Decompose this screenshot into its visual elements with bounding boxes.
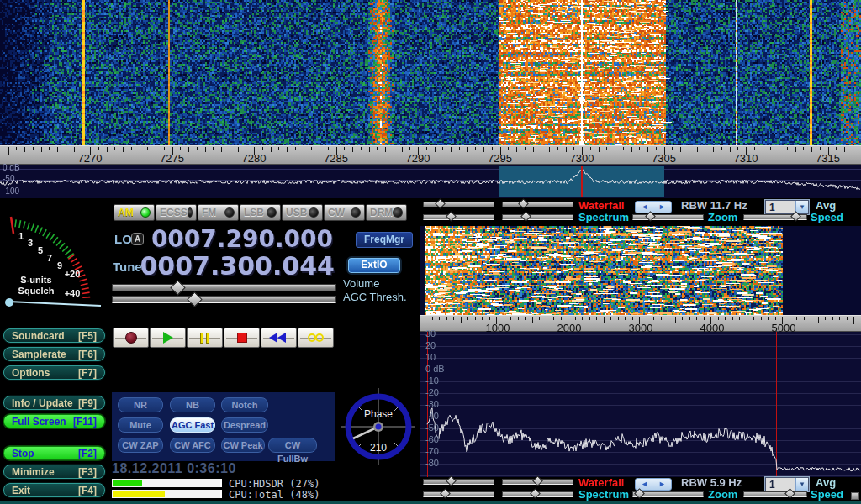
upper-spectrum-contrast-slider-thumb[interactable] [520, 211, 531, 222]
upper-spectrum-brightness-slider[interactable] [423, 214, 494, 220]
dsp-nb-button[interactable]: NB [170, 397, 215, 412]
upper-waterfall-contrast-slider[interactable] [502, 202, 573, 207]
freq-tick [123, 147, 124, 152]
phase-hub-center [376, 424, 382, 430]
db-label: 20 [425, 340, 436, 350]
lower-spectrum-brightness-slider[interactable] [423, 491, 494, 497]
lower-waterfall-contrast-slider[interactable] [502, 479, 573, 485]
mode-am[interactable]: AM [114, 204, 155, 221]
resize-grip[interactable] [851, 492, 859, 500]
lo-frequency-display[interactable]: 0007.290.000 [150, 225, 333, 253]
mode-ecss[interactable]: ECSS [156, 204, 197, 221]
left-arrow-icon[interactable]: ◄ [641, 480, 648, 488]
dsp-cw-peak-button[interactable]: CW Peak [221, 438, 265, 453]
lower-avg-select[interactable]: 1▾ [765, 477, 809, 491]
freq-tick [510, 317, 511, 320]
agc-threshold-slider-thumb[interactable] [187, 291, 202, 307]
dsp-mute-button[interactable]: Mute [118, 417, 163, 433]
volume-slider-thumb[interactable] [170, 280, 185, 295]
main-waterfall-display[interactable] [0, 0, 861, 145]
upper-zoom-slider[interactable] [632, 214, 704, 220]
audio-spectrum-canvas[interactable] [420, 332, 861, 477]
lower-spectrum-brightness-slider-thumb[interactable] [440, 488, 451, 499]
dsp-notch-button[interactable]: Notch [221, 397, 268, 412]
button-options[interactable]: Options[F7] [3, 365, 105, 380]
dsp-despread-button[interactable]: Despread [221, 417, 268, 433]
cpu-total-label: CPU:Total (48%) [229, 489, 320, 501]
lower-waterfall-contrast-slider-thumb[interactable] [532, 475, 543, 486]
overview-spectrum[interactable]: 0 dB-50-100 [0, 165, 861, 198]
tune-frequency-display[interactable]: 0007.300.044 [140, 251, 335, 281]
play-icon [163, 332, 173, 344]
dsp-cw-afc-button[interactable]: CW AFC [170, 438, 215, 453]
upper-waterfall-brightness-slider[interactable] [423, 202, 494, 207]
datetime-display: 18.12.2011 0:36:10 [112, 461, 236, 476]
lower-zoom-slider[interactable] [632, 491, 704, 497]
mode-cw[interactable]: CW [324, 204, 365, 221]
volume-slider[interactable] [112, 284, 336, 291]
mode-lsb[interactable]: LSB [240, 204, 281, 221]
transport-loop-button[interactable] [298, 328, 334, 348]
dsp-agc-fast-button[interactable]: AGC Fast [170, 417, 215, 433]
lower-spectrum-contrast-slider[interactable] [502, 491, 573, 497]
squelch-needle[interactable] [8, 302, 101, 306]
upper-speed-slider[interactable] [743, 214, 807, 220]
left-arrow-icon[interactable]: ◄ [641, 203, 648, 211]
freq-label: 7290 [399, 152, 436, 165]
button-fkey: [F5] [78, 331, 97, 341]
audio-waterfall-display[interactable] [420, 226, 861, 315]
freqmgr-button[interactable]: FreqMgr [356, 232, 413, 248]
dsp-nr-button[interactable]: NR [118, 397, 163, 412]
transport-record-button[interactable] [113, 328, 149, 348]
record-icon [125, 332, 137, 344]
upper-waterfall-contrast-slider-thumb[interactable] [518, 198, 529, 209]
squelch-needle-hub[interactable] [5, 298, 13, 307]
transport-stop-button[interactable] [224, 328, 260, 348]
mode-drm[interactable]: DRM [366, 204, 407, 221]
freq-tick [647, 317, 647, 320]
audio-frequency-scale[interactable]: 10002000300040005000 [420, 315, 861, 332]
transport-play-button[interactable] [150, 328, 186, 348]
button-samplerate[interactable]: Samplerate[F6] [3, 347, 105, 361]
dropdown-arrow-icon[interactable]: ▾ [795, 201, 808, 213]
phase-tick [359, 443, 362, 446]
freq-tick [832, 317, 833, 320]
mode-fm[interactable]: FM [198, 204, 239, 221]
right-arrow-icon[interactable]: ► [658, 203, 666, 211]
freq-tick [632, 317, 633, 320]
freq-tick [41, 147, 42, 152]
button-stop[interactable]: Stop[F2] [3, 446, 105, 460]
lower-waterfall-brightness-slider[interactable] [423, 479, 494, 485]
dsp-cw-zap-button[interactable]: CW ZAP [118, 438, 163, 453]
upper-shift-arrows-button[interactable]: ◄► [635, 201, 672, 213]
agc-threshold-slider[interactable] [112, 296, 336, 303]
extio-button[interactable]: ExtIO [346, 256, 402, 275]
main-frequency-scale[interactable]: 7270727572807285729072957300730573107315 [0, 145, 861, 165]
button-exit[interactable]: Exit[F4] [3, 483, 105, 497]
transport-pause-button[interactable] [187, 328, 223, 348]
lower-speed-label: Speed [811, 488, 843, 501]
phase-value: 210 [370, 442, 387, 454]
freq-tick [713, 147, 714, 152]
dropdown-arrow-icon[interactable]: ▾ [795, 478, 808, 491]
upper-spectrum-brightness-slider-thumb[interactable] [446, 211, 457, 222]
button-soundcard[interactable]: Soundcard[F5] [3, 328, 105, 343]
audio-spectrum-display[interactable]: 3020100 dB-10-20-30-40-50-60-70-80 [420, 332, 861, 477]
transport-rewind-button[interactable] [261, 328, 297, 348]
freq-tick [836, 147, 837, 150]
upper-spectrum-contrast-slider[interactable] [502, 214, 573, 220]
upper-avg-select[interactable]: 1▾ [765, 200, 809, 214]
overview-spectrum-canvas[interactable] [0, 165, 861, 198]
button-full-screen[interactable]: Full Screen[F11] [3, 414, 105, 428]
button-info-update[interactable]: Info / Update[F9] [3, 396, 105, 410]
lo-auto-button[interactable]: A [131, 233, 144, 245]
dsp-cw-fullbw-button[interactable]: CW FullBw [268, 438, 317, 453]
lower-waterfall-brightness-slider-thumb[interactable] [446, 475, 457, 486]
mode-usb[interactable]: USB [282, 204, 323, 221]
lower-speed-slider[interactable] [743, 491, 807, 497]
right-arrow-icon[interactable]: ► [658, 480, 666, 488]
button-minimize[interactable]: Minimize[F3] [3, 465, 105, 479]
upper-waterfall-brightness-slider-thumb[interactable] [435, 198, 446, 209]
lower-spectrum-contrast-slider-thumb[interactable] [530, 488, 541, 499]
freq-tick [475, 317, 476, 320]
